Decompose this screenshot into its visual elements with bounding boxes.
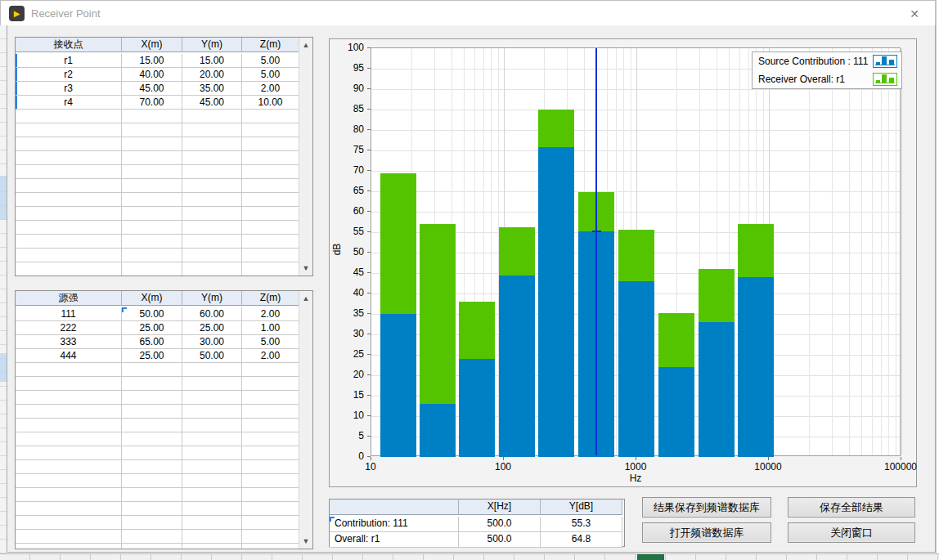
table-cell[interactable]: 25.00 (122, 349, 182, 363)
table-cell (16, 391, 122, 405)
table-cell (182, 502, 242, 516)
cursor-line[interactable] (595, 48, 597, 455)
open-spectrum-db-button[interactable]: 打开频谱数据库 (642, 522, 771, 543)
legend-entry[interactable]: Receiver Overall: r1 (753, 70, 901, 88)
table-cell (242, 221, 299, 235)
table-cell[interactable]: 30.00 (182, 335, 242, 349)
table-cell[interactable]: 55.3 (541, 517, 622, 532)
table-cell (16, 419, 122, 432)
table-cell[interactable]: 45.00 (182, 96, 242, 110)
table-cell (16, 460, 122, 474)
table-cell[interactable]: 35.00 (182, 82, 242, 96)
table-cell[interactable]: 70.00 (122, 96, 182, 110)
table-cell (16, 207, 122, 221)
table-cell[interactable]: Contribution: 111 (330, 517, 459, 532)
table-cell[interactable]: 2.00 (242, 349, 299, 363)
table-row: r345.0035.002.00 (16, 82, 312, 96)
y-axis-title: dB (331, 244, 343, 256)
table-cell[interactable]: 500.0 (459, 517, 541, 532)
table-cell[interactable]: 5.00 (242, 54, 299, 68)
table-cell[interactable]: 222 (16, 321, 122, 335)
table-cell (182, 544, 242, 549)
table-cell[interactable]: 333 (16, 335, 122, 349)
table-cell[interactable]: r4 (16, 96, 122, 110)
table-cell[interactable]: 15.00 (182, 54, 242, 68)
table-cell[interactable]: 25.00 (182, 321, 242, 335)
x-tick-mark (636, 457, 636, 460)
table-scrollbar[interactable]: ▲▼ (299, 291, 312, 549)
table-cell[interactable]: 444 (16, 349, 122, 363)
close-icon[interactable]: ✕ (904, 7, 925, 21)
table-cell (182, 207, 242, 221)
contribution-bar (738, 277, 774, 457)
table-cell[interactable]: 64.8 (541, 532, 622, 548)
table-cell[interactable]: 1.00 (242, 321, 299, 335)
plot-area[interactable] (371, 47, 901, 456)
scroll-up-icon[interactable]: ▲ (299, 38, 312, 52)
x-tick-label: 10000 (754, 461, 781, 473)
scroll-up-icon[interactable]: ▲ (299, 292, 312, 305)
column-header: Z(m) (242, 291, 299, 306)
table-cell[interactable]: 2.00 (242, 307, 299, 321)
table-row-empty (16, 165, 312, 179)
background-window-sliver-left (0, 25, 7, 560)
table-cell[interactable]: 45.00 (122, 82, 182, 96)
column-header (330, 500, 459, 515)
cursor-cross[interactable] (592, 231, 601, 232)
table-cell (242, 446, 299, 460)
table-cell[interactable]: 65.00 (122, 335, 182, 349)
table-cell[interactable]: 10.00 (242, 96, 299, 110)
table-cell (182, 151, 242, 165)
table-cell[interactable]: 2.00 (242, 82, 299, 96)
table-cell (122, 235, 182, 249)
table-cell (242, 391, 299, 405)
y-tick-label: 15 (336, 389, 364, 401)
x-tick-label: 100 (495, 461, 511, 473)
gridline-vertical (849, 48, 850, 455)
scroll-down-icon[interactable]: ▼ (299, 535, 312, 548)
bar-plot-style-icon (873, 73, 897, 86)
table-row-empty (16, 530, 312, 544)
table-cell (16, 405, 122, 419)
table-cell (182, 123, 242, 137)
table-cell[interactable]: 15.00 (122, 54, 182, 68)
receiver-point-table[interactable]: 接收点X(m)Y(m)Z(m)r115.0015.005.00r240.0020… (15, 37, 313, 276)
table-cell (122, 151, 182, 165)
save-results-to-spectrum-db-button[interactable]: 结果保存到频谱数据库 (642, 497, 771, 517)
table-row-empty (16, 474, 312, 488)
scroll-down-icon[interactable]: ▼ (299, 262, 312, 275)
table-cell[interactable]: 25.00 (122, 321, 182, 335)
table-cell (242, 405, 299, 419)
table-scrollbar[interactable]: ▲▼ (299, 38, 312, 276)
table-cell[interactable]: r1 (16, 54, 122, 68)
table-cell[interactable]: 5.00 (242, 335, 299, 349)
table-cell[interactable]: 111 (16, 307, 122, 321)
table-cell (122, 544, 182, 549)
table-cell[interactable]: 500.0 (459, 532, 541, 548)
close-window-button[interactable]: 关闭窗口 (788, 522, 915, 543)
source-strength-table[interactable]: 源强X(m)Y(m)Z(m)11150.0060.002.0022225.002… (15, 290, 313, 549)
table-cell[interactable]: Overall: r1 (330, 532, 459, 548)
table-row-empty (16, 488, 312, 502)
table-cell (182, 221, 242, 235)
table-cell (242, 235, 299, 249)
save-all-results-button[interactable]: 保存全部结果 (788, 497, 915, 517)
table-cell[interactable]: r3 (16, 82, 122, 96)
gridline-vertical (616, 48, 617, 455)
table-cell (242, 165, 299, 179)
column-header: Z(m) (242, 38, 299, 52)
table-row-empty (16, 179, 312, 193)
table-cell[interactable]: 20.00 (182, 68, 242, 82)
table-cell[interactable]: r2 (16, 68, 122, 82)
table-cell (242, 262, 299, 276)
table-row: Overall: r1500.064.8 (330, 532, 624, 548)
y-tick-label: 100 (336, 42, 364, 53)
table-cell[interactable]: 40.00 (122, 68, 182, 82)
legend-entry[interactable]: Source Contribution : 111 (753, 52, 901, 70)
table-cell[interactable]: 50.00 (182, 349, 242, 363)
table-cell[interactable]: 5.00 (242, 68, 299, 82)
table-cell[interactable]: 50.00 (122, 307, 182, 321)
table-cell (16, 363, 122, 377)
table-row-empty (16, 221, 312, 235)
table-cell[interactable]: 60.00 (182, 307, 242, 321)
